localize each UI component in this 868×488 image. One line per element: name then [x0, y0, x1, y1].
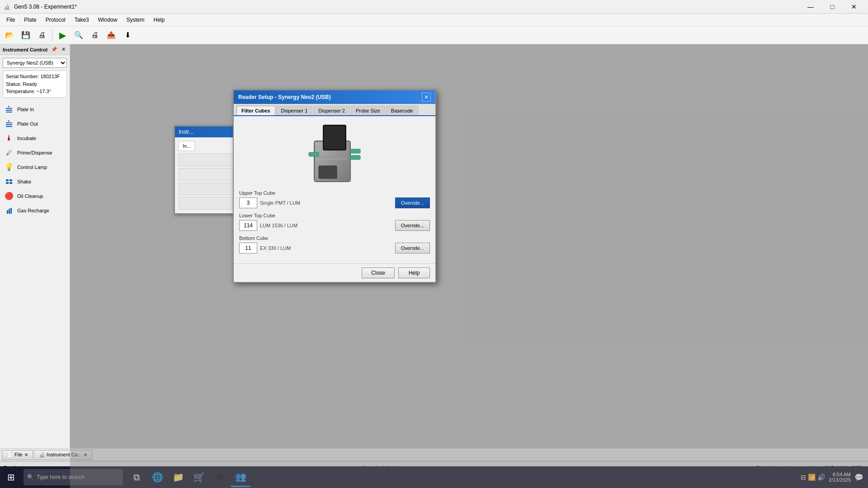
- maximize-button[interactable]: □: [822, 0, 843, 14]
- toolbar-print2[interactable]: 🖨: [87, 28, 103, 43]
- toolbar-print[interactable]: 🖨: [34, 28, 50, 43]
- panel-close-button[interactable]: ✕: [60, 46, 67, 53]
- dialog-body: Upper Top Cube 3 Single PMT / LUM Overri…: [234, 116, 435, 263]
- toolbar-dropdown[interactable]: ⬇: [120, 28, 135, 43]
- close-button[interactable]: ✕: [844, 0, 864, 14]
- lower-cube-number: 114: [239, 220, 257, 231]
- app-title: Gen5 3.08 - Experiment1*: [14, 4, 77, 10]
- panel-title: Instrument Control: [3, 47, 47, 52]
- svg-rect-23: [318, 157, 347, 158]
- panel-commands: Plate In Plate Out 🌡 Incubate 🖊 Prime/Di…: [0, 100, 70, 488]
- svg-rect-5: [6, 124, 12, 125]
- bottom-cube-override-button[interactable]: Override...: [395, 243, 430, 253]
- tab-dispenser2[interactable]: Dispenser 2: [313, 106, 350, 115]
- svg-rect-13: [9, 209, 10, 214]
- cmd-oil-cleanup[interactable]: 🔴 Oil Cleanup: [0, 189, 70, 203]
- instrument-panel: Instrument Control 📌 ✕ Synergy Neo2 (USB…: [0, 44, 70, 488]
- device-info: Serial Number: 180213F Status: Ready Tem…: [3, 70, 67, 98]
- menu-file[interactable]: File: [2, 14, 19, 26]
- dialog-close-btn[interactable]: Close: [362, 267, 395, 278]
- toolbar-search[interactable]: 🔍: [71, 28, 86, 43]
- toolbar-open[interactable]: 📂: [2, 28, 17, 43]
- cmd-plate-out-label: Plate Out: [17, 121, 38, 127]
- cmd-shake[interactable]: Shake: [0, 174, 70, 189]
- title-bar-left: 🔬 Gen5 3.08 - Experiment1*: [4, 4, 77, 10]
- cmd-incubate-label: Incubate: [17, 136, 36, 141]
- lower-cube-override-button[interactable]: Override...: [395, 220, 430, 231]
- bottom-cube-number: 11: [239, 243, 257, 253]
- bottom-cube-row: 11 EX 330 / LUM Override...: [239, 243, 430, 253]
- overlay-background: [70, 44, 868, 488]
- cmd-shake-label: Shake: [17, 179, 31, 184]
- upper-top-cube-section: Upper Top Cube 3 Single PMT / LUM Overri…: [239, 190, 430, 208]
- content-area: Instr... ✕ In... Reader Setup - Synergy …: [70, 44, 868, 488]
- cmd-plate-in[interactable]: Plate In: [0, 102, 70, 117]
- cmd-plate-out[interactable]: Plate Out: [0, 117, 70, 131]
- svg-marker-7: [8, 120, 10, 122]
- menu-system[interactable]: System: [122, 14, 149, 26]
- lower-cube-row: 114 LUM 1536 / LUM Override...: [239, 220, 430, 231]
- minimize-button[interactable]: —: [800, 0, 821, 14]
- svg-rect-6: [6, 126, 12, 127]
- toolbar-run[interactable]: ▶: [55, 28, 70, 43]
- reader-setup-dialog: Reader Setup - Synergy Neo2 (USB) ✕ Filt…: [233, 89, 436, 283]
- cmd-prime-label: Prime/Dispense: [17, 150, 52, 155]
- svg-rect-10: [6, 182, 9, 184]
- menu-plate[interactable]: Plate: [19, 14, 41, 26]
- serial-number: Serial Number: 180213F: [6, 73, 64, 80]
- cmd-incubate[interactable]: 🌡 Incubate: [0, 131, 70, 145]
- bottom-tab-file-close[interactable]: ✕: [24, 452, 28, 457]
- oil-cleanup-icon: 🔴: [5, 192, 14, 201]
- bottom-cube-label: Bottom Cube: [239, 235, 430, 241]
- panel-header: Instrument Control 📌 ✕: [0, 44, 70, 55]
- device-temperature: Temperature: ~17.3°: [6, 88, 64, 95]
- bottom-cube-section: Bottom Cube 11 EX 330 / LUM Override...: [239, 235, 430, 253]
- plate-in-icon: [5, 105, 14, 114]
- tab-basecode[interactable]: Basecode: [386, 106, 418, 115]
- upper-cube-override-button[interactable]: Override...: [395, 197, 430, 208]
- tab-probe-size[interactable]: Probe Size: [351, 106, 385, 115]
- svg-rect-12: [7, 210, 8, 214]
- svg-rect-22: [309, 152, 319, 156]
- lower-cube-desc: LUM 1536 / LUM: [260, 223, 392, 228]
- cmd-lamp-label: Control Lamp: [17, 164, 47, 170]
- toolbar-save[interactable]: 💾: [18, 28, 33, 43]
- upper-cube-label: Upper Top Cube: [239, 190, 430, 196]
- device-selector[interactable]: Synergy Neo2 (USB): [3, 58, 67, 68]
- dialog-close-button[interactable]: ✕: [422, 93, 431, 102]
- cmd-control-lamp[interactable]: 💡 Control Lamp: [0, 160, 70, 174]
- main-area: Instrument Control 📌 ✕ Synergy Neo2 (USB…: [0, 44, 868, 488]
- start-button[interactable]: ⊞: [0, 466, 22, 488]
- cmd-gas-recharge[interactable]: Gas Recharge: [0, 203, 70, 218]
- toolbar-export[interactable]: 📤: [104, 28, 119, 43]
- svg-rect-18: [324, 126, 345, 149]
- upper-cube-row: 3 Single PMT / LUM Override...: [239, 197, 430, 208]
- dialog-footer: Close Help: [234, 263, 435, 282]
- svg-rect-24: [318, 159, 347, 160]
- bottom-tab-file[interactable]: 📄 File ✕: [2, 450, 33, 460]
- inner-dialog-tab[interactable]: In...: [179, 141, 195, 151]
- cmd-oil-label: Oil Cleanup: [17, 193, 43, 199]
- cmd-prime-dispense[interactable]: 🖊 Prime/Dispense: [0, 145, 70, 160]
- tab-dispenser1[interactable]: Dispenser 1: [276, 106, 313, 115]
- title-bar-controls: — □ ✕: [800, 0, 864, 14]
- lower-top-cube-section: Lower Top Cube 114 LUM 1536 / LUM Overri…: [239, 213, 430, 231]
- panel-header-controls: 📌 ✕: [50, 46, 67, 53]
- svg-rect-4: [6, 122, 12, 123]
- bottom-cube-desc: EX 330 / LUM: [260, 245, 392, 251]
- menu-bar: File Plate Protocol Take3 Window System …: [0, 14, 868, 26]
- tab-filter-cubes[interactable]: Filter Cubes: [236, 106, 275, 115]
- svg-rect-14: [10, 208, 12, 214]
- cmd-plate-in-label: Plate In: [17, 107, 34, 112]
- menu-window[interactable]: Window: [94, 14, 122, 26]
- dialog-help-btn[interactable]: Help: [398, 267, 430, 278]
- svg-marker-3: [8, 106, 10, 108]
- menu-protocol[interactable]: Protocol: [41, 14, 70, 26]
- svg-rect-21: [350, 155, 360, 160]
- upper-cube-desc: Single PMT / LUM: [260, 200, 392, 206]
- svg-rect-1: [6, 110, 12, 111]
- menu-help[interactable]: Help: [149, 14, 169, 26]
- menu-take3[interactable]: Take3: [70, 14, 94, 26]
- svg-rect-11: [9, 182, 12, 184]
- panel-pin-button[interactable]: 📌: [50, 46, 59, 53]
